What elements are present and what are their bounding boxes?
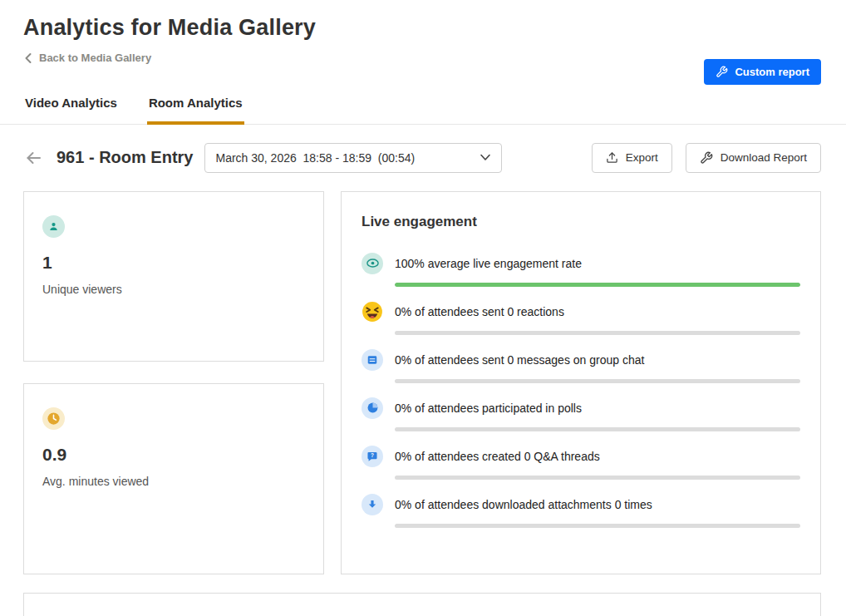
- qna-bubble-icon: ?: [362, 446, 383, 467]
- engagement-row-chat: 0% of attendees sent 0 messages on group…: [362, 349, 800, 383]
- progress-bar: [395, 524, 800, 528]
- progress-bar: [395, 379, 800, 383]
- tab-room-analytics[interactable]: Room Analytics: [147, 92, 244, 125]
- engagement-row-polls: 0% of attendees participated in polls: [362, 397, 800, 431]
- back-link-label: Back to Media Gallery: [39, 52, 151, 64]
- chevron-down-icon: [480, 154, 491, 161]
- progress-bar: [395, 427, 800, 431]
- clock-icon: [42, 407, 65, 430]
- back-to-media-gallery-link[interactable]: Back to Media Gallery: [23, 52, 151, 64]
- date-range-select[interactable]: March 30, 2026 18:58 - 18:59 (00:54): [204, 143, 502, 173]
- export-label: Export: [626, 151, 658, 164]
- room-toolbar: 961 - Room Entry March 30, 2026 18:58 - …: [23, 143, 821, 173]
- analytics-page: Analytics for Media Gallery Back to Medi…: [0, 0, 846, 616]
- svg-text:?: ?: [371, 452, 374, 458]
- wrench-icon: [716, 66, 728, 78]
- download-report-label: Download Report: [721, 151, 807, 164]
- engagement-row-text: 100% average live engagement rate: [395, 257, 582, 270]
- analytics-tabs: Video Analytics Room Analytics: [0, 92, 846, 125]
- engagement-row-text: 0% of attendees sent 0 messages on group…: [395, 353, 644, 367]
- engagement-row-downloads: 0% of attendees downloaded attachments 0…: [362, 494, 800, 528]
- live-engagement-card: Live engagement 100% average live engage…: [341, 191, 821, 574]
- page-title: Analytics for Media Gallery: [23, 15, 821, 41]
- avg-minutes-value: 0.9: [42, 445, 307, 465]
- engagement-row-text: 0% of attendees created 0 Q&A threads: [395, 450, 600, 463]
- chevron-left-icon: [23, 52, 33, 64]
- progress-bar: [395, 476, 800, 480]
- room-entry-title: 961 - Room Entry: [57, 148, 193, 167]
- engagement-row-qna: ? 0% of attendees created 0 Q&A threads: [362, 446, 800, 480]
- stats-column: 1 Unique viewers 0.9 Avg. minutes viewed: [23, 191, 324, 574]
- chat-message-icon: [362, 349, 383, 371]
- laughing-emoji-icon: [362, 301, 383, 323]
- export-button[interactable]: Export: [592, 143, 672, 173]
- unique-viewers-card: 1 Unique viewers: [23, 191, 324, 362]
- download-arrow-icon: [362, 494, 383, 515]
- unique-viewers-value: 1: [42, 253, 307, 273]
- wrench-icon: [700, 151, 713, 165]
- analytics-content: 1 Unique viewers 0.9 Avg. minutes viewed…: [23, 191, 821, 574]
- engagement-row-reactions: 0% of attendees sent 0 reactions: [362, 301, 800, 335]
- avg-minutes-label: Avg. minutes viewed: [42, 475, 307, 488]
- arrow-left-icon[interactable]: [23, 148, 43, 168]
- custom-report-button[interactable]: Custom report: [704, 59, 821, 85]
- unique-viewers-label: Unique viewers: [42, 283, 307, 296]
- eye-icon: [362, 253, 383, 274]
- date-range-value: March 30, 2026 18:58 - 18:59 (00:54): [215, 151, 415, 165]
- download-report-button[interactable]: Download Report: [686, 143, 821, 173]
- progress-bar-fill: [395, 283, 800, 287]
- tab-video-analytics[interactable]: Video Analytics: [23, 92, 119, 125]
- next-section-card: [23, 593, 821, 616]
- avg-minutes-card: 0.9 Avg. minutes viewed: [23, 383, 324, 574]
- live-engagement-title: Live engagement: [362, 214, 800, 230]
- progress-bar: [395, 331, 800, 335]
- progress-bar: [395, 283, 800, 287]
- engagement-row-live-rate: 100% average live engagement rate: [362, 253, 800, 287]
- person-icon: [42, 215, 65, 238]
- engagement-row-text: 0% of attendees participated in polls: [395, 402, 582, 415]
- engagement-row-text: 0% of attendees downloaded attachments 0…: [395, 498, 652, 511]
- engagement-row-text: 0% of attendees sent 0 reactions: [395, 305, 564, 318]
- export-upload-icon: [606, 151, 618, 164]
- custom-report-label: Custom report: [735, 66, 809, 78]
- poll-pie-icon: [362, 397, 383, 419]
